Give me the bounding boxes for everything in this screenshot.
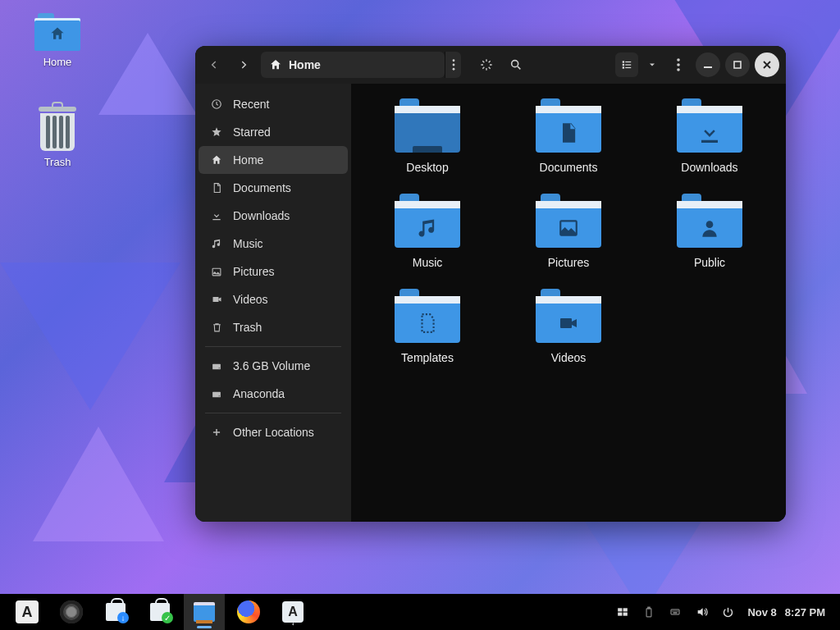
location-button[interactable]: [474, 52, 499, 77]
trash-icon: [210, 322, 223, 333]
drive-icon: [210, 389, 223, 399]
svg-rect-25: [619, 608, 623, 611]
sidebar-item-starred[interactable]: Starred: [199, 118, 348, 146]
svg-point-21: [219, 395, 220, 395]
bag-icon: ✓: [150, 603, 170, 621]
svg-rect-34: [676, 611, 677, 612]
svg-rect-13: [704, 66, 712, 68]
home-icon: [269, 58, 282, 71]
system-tray: Nov 8 8:27 PM: [615, 605, 833, 619]
folder-icon: [536, 194, 601, 248]
svg-rect-30: [648, 607, 650, 609]
sidebar-item-anaconda[interactable]: Anaconda: [199, 380, 348, 408]
folder-downloads[interactable]: Downloads: [643, 98, 776, 174]
svg-rect-24: [560, 318, 572, 328]
task-firefox[interactable]: [228, 594, 269, 630]
sidebar-item-label: Videos: [233, 293, 268, 306]
hamburger-menu-button[interactable]: [666, 52, 691, 77]
picture-icon: [210, 267, 223, 277]
nav-forward-button[interactable]: [231, 52, 256, 77]
folder-icon: [677, 194, 742, 248]
folder-templates[interactable]: Templates: [361, 289, 494, 364]
svg-rect-14: [734, 62, 741, 68]
sidebar-item-volume[interactable]: 3.6 GB Volume: [199, 352, 348, 380]
clock-icon: [210, 98, 223, 110]
svg-point-3: [512, 61, 518, 67]
svg-point-1: [452, 64, 454, 66]
nav-back-button[interactable]: [202, 52, 226, 77]
desktop-icon-label: Trash: [25, 156, 90, 168]
task-software[interactable]: ✓: [139, 594, 180, 630]
file-manager-window: Home Recent Starred Home Documents Downl…: [195, 46, 786, 522]
sidebar-item-label: Other Locations: [233, 426, 314, 439]
sidebar-item-label: Trash: [233, 321, 262, 334]
search-button[interactable]: [504, 52, 528, 77]
sidebar-item-trash[interactable]: Trash: [199, 313, 348, 341]
path-label: Home: [289, 58, 321, 71]
folder-label: Documents: [540, 161, 598, 174]
sidebar-item-videos[interactable]: Videos: [199, 285, 348, 313]
download-icon: [210, 210, 223, 221]
path-bar[interactable]: Home: [261, 52, 445, 78]
task-installer[interactable]: A: [272, 594, 313, 630]
sidebar-item-pictures[interactable]: Pictures: [199, 258, 348, 285]
task-software-center[interactable]: ↓: [95, 594, 136, 630]
workspace-icon[interactable]: [615, 606, 630, 618]
folder-label: Public: [694, 256, 725, 269]
folder-music[interactable]: Music: [361, 194, 494, 269]
battery-icon[interactable]: [643, 605, 655, 619]
sidebar-item-downloads[interactable]: Downloads: [199, 202, 348, 230]
folder-content-area[interactable]: DesktopDocumentsDownloadsMusicPicturesPu…: [351, 84, 786, 522]
sidebar-item-documents[interactable]: Documents: [199, 174, 348, 202]
folder-documents[interactable]: Documents: [502, 98, 635, 174]
maximize-button[interactable]: [725, 52, 750, 77]
sidebar-item-recent[interactable]: Recent: [199, 90, 348, 118]
task-files[interactable]: [184, 594, 225, 630]
taskbar: A ↓ ✓ A Nov 8 8:27 PM: [0, 594, 840, 630]
sidebar-item-label: Documents: [233, 181, 291, 194]
folder-desktop[interactable]: Desktop: [361, 98, 494, 174]
bag-icon: ↓: [106, 603, 126, 621]
video-icon: [210, 294, 223, 304]
folder-label: Downloads: [681, 161, 737, 174]
clock[interactable]: Nov 8 8:27 PM: [747, 606, 825, 619]
task-activities[interactable]: A: [7, 594, 48, 630]
svg-rect-32: [673, 611, 673, 612]
svg-rect-29: [647, 609, 652, 617]
folder-label: Music: [413, 256, 443, 269]
svg-rect-33: [674, 611, 675, 612]
music-icon: [210, 238, 223, 249]
svg-rect-26: [623, 608, 628, 611]
folder-videos[interactable]: Videos: [502, 289, 635, 364]
desktop-icon-home[interactable]: Home: [25, 13, 90, 68]
view-options-button[interactable]: [643, 52, 661, 77]
svg-point-2: [452, 68, 454, 71]
keyboard-icon[interactable]: [668, 607, 682, 617]
folder-pictures[interactable]: Pictures: [502, 194, 635, 269]
sidebar-item-label: Downloads: [233, 209, 290, 222]
date-label: Nov 8: [747, 606, 776, 619]
path-menu-button[interactable]: [445, 52, 461, 78]
sidebar-item-label: Recent: [233, 98, 269, 111]
svg-point-11: [677, 63, 680, 66]
task-settings[interactable]: [51, 594, 92, 630]
volume-icon[interactable]: [696, 605, 709, 619]
svg-rect-4: [623, 61, 624, 62]
files-icon: [194, 602, 215, 622]
folder-icon: [395, 289, 460, 343]
sidebar-item-label: Anaconda: [233, 387, 285, 400]
folder-icon: [536, 289, 601, 343]
sidebar-item-music[interactable]: Music: [199, 230, 348, 258]
svg-rect-28: [623, 613, 628, 616]
sidebar-item-home[interactable]: Home: [199, 146, 348, 174]
sidebar-item-other-locations[interactable]: Other Locations: [199, 418, 348, 446]
power-icon[interactable]: [722, 606, 734, 619]
desktop-icon-trash[interactable]: Trash: [25, 103, 90, 168]
minimize-button[interactable]: [696, 52, 720, 77]
folder-public[interactable]: Public: [643, 194, 776, 269]
sidebar: Recent Starred Home Documents Downloads …: [195, 84, 351, 522]
sidebar-item-label: Pictures: [233, 265, 275, 278]
close-button[interactable]: [755, 52, 779, 77]
view-mode-toggle[interactable]: [615, 52, 638, 77]
folder-label: Videos: [551, 351, 587, 364]
